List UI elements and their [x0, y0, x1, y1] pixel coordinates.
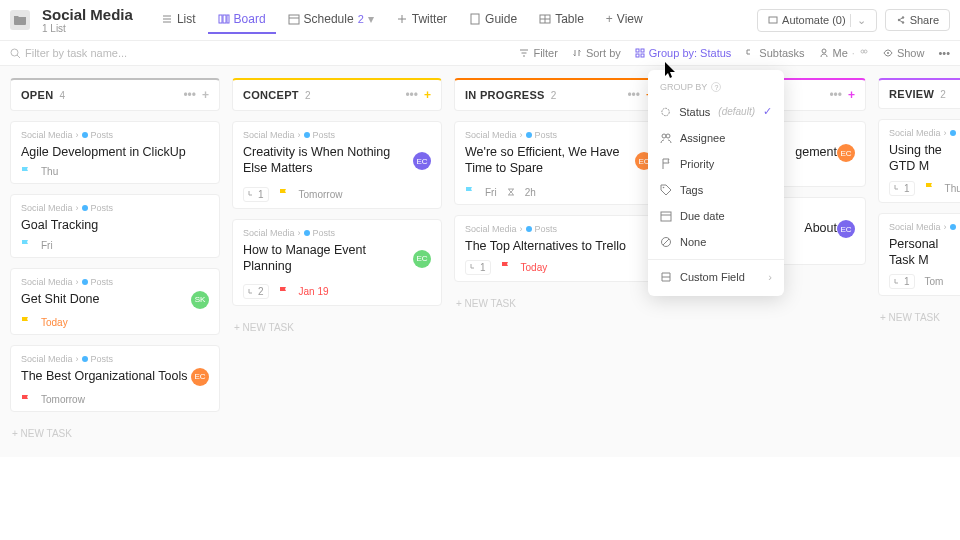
hourglass-icon	[507, 188, 515, 196]
calendar-icon	[660, 210, 672, 222]
svg-rect-4	[471, 14, 479, 24]
automate-button[interactable]: Automate (0) ⌄	[757, 9, 877, 32]
column-header-open[interactable]: OPEN 4 •••+	[10, 78, 220, 111]
eye-icon	[883, 48, 893, 58]
chevron-right-icon: ›	[768, 271, 772, 283]
column-header-inprogress[interactable]: IN PROGRESS 2 •••+	[454, 78, 664, 111]
avatar[interactable]: EC	[413, 250, 431, 268]
people-icon[interactable]	[859, 48, 869, 58]
task-card[interactable]: Social Media›Posts We're so Efficient, W…	[454, 121, 664, 205]
flag-icon	[660, 158, 672, 170]
new-task-button[interactable]: + NEW TASK	[232, 316, 442, 339]
task-card[interactable]: Social Media›Posts Get Shit DoneSK Today	[10, 268, 220, 335]
show-button[interactable]: Show	[883, 47, 925, 59]
more-icon[interactable]: •••	[938, 47, 950, 59]
add-card-icon[interactable]: +	[424, 88, 431, 102]
check-icon: ✓	[763, 105, 772, 118]
svg-rect-12	[641, 49, 644, 52]
group-option-priority[interactable]: Priority	[648, 151, 784, 177]
new-task-button[interactable]: + NEW TASK	[878, 306, 960, 329]
group-option-status[interactable]: Status (default) ✓	[648, 98, 784, 125]
view-table[interactable]: Table	[529, 6, 594, 34]
custom-field-icon	[660, 271, 672, 283]
more-icon[interactable]: •••	[405, 88, 418, 102]
avatar[interactable]: EC	[837, 220, 855, 238]
status-icon	[660, 106, 671, 118]
tag-icon	[660, 184, 672, 196]
add-card-icon[interactable]: +	[848, 88, 855, 102]
more-icon[interactable]: •••	[627, 88, 640, 102]
task-card[interactable]: Social Media› Personal Task M 1Tom	[878, 213, 960, 297]
add-view[interactable]: +View	[596, 6, 653, 34]
new-task-button[interactable]: + NEW TASK	[454, 292, 664, 315]
workspace-title: Social Media 1 List	[42, 6, 133, 34]
cursor-icon	[665, 62, 679, 80]
view-board[interactable]: Board	[208, 6, 276, 34]
folder-icon	[10, 10, 30, 30]
share-button[interactable]: Share	[885, 9, 950, 31]
chevron-down-icon[interactable]: ⌄	[850, 14, 866, 27]
share-icon	[896, 15, 906, 25]
robot-icon	[768, 15, 778, 25]
group-option-duedate[interactable]: Due date	[648, 203, 784, 229]
page-title: Social Media	[42, 6, 133, 23]
svg-point-17	[864, 50, 867, 53]
task-card[interactable]: Social Media›Posts The Best Organization…	[10, 345, 220, 412]
svg-rect-23	[661, 212, 671, 221]
svg-rect-11	[636, 49, 639, 52]
breadcrumb: Social Media›Posts	[21, 130, 209, 140]
svg-point-19	[662, 108, 669, 115]
subtasks-button[interactable]: Subtasks	[745, 47, 804, 59]
svg-point-22	[663, 187, 665, 189]
group-option-assignee[interactable]: Assignee	[648, 125, 784, 151]
group-option-none[interactable]: None	[648, 229, 784, 255]
sort-button[interactable]: Sort by	[572, 47, 621, 59]
task-card[interactable]: Social Media› Using the GTD M 1Thu	[878, 119, 960, 203]
person-icon	[819, 48, 829, 58]
column-header-concept[interactable]: CONCEPT 2 •••+	[232, 78, 442, 111]
avatar[interactable]: EC	[837, 144, 855, 162]
me-button[interactable]: Me·	[819, 47, 869, 59]
more-icon[interactable]: •••	[183, 88, 196, 102]
svg-rect-13	[636, 54, 639, 57]
view-list[interactable]: List	[151, 6, 206, 34]
task-card[interactable]: Social Media›Posts The Top Alternatives …	[454, 215, 664, 282]
group-by-dropdown: GROUP BY? Status (default) ✓ Assignee Pr…	[648, 70, 784, 296]
search-input[interactable]: Filter by task name...	[10, 47, 127, 59]
avatar[interactable]: EC	[191, 368, 209, 386]
column-header-review[interactable]: REVIEW 2	[878, 78, 960, 109]
new-task-button[interactable]: + NEW TASK	[10, 422, 220, 445]
view-schedule[interactable]: Schedule2▾	[278, 6, 384, 34]
avatar[interactable]: EC	[413, 152, 431, 170]
svg-rect-2	[227, 15, 229, 23]
task-card[interactable]: Social Media›Posts How to Manage Event P…	[232, 219, 442, 307]
view-twitter[interactable]: Twitter	[386, 6, 457, 34]
flag-icon	[21, 167, 31, 177]
view-guide[interactable]: Guide	[459, 6, 527, 34]
svg-rect-6	[769, 17, 777, 23]
add-card-icon[interactable]: +	[202, 88, 209, 102]
search-icon	[10, 48, 21, 59]
task-card[interactable]: Social Media›Posts Agile Development in …	[10, 121, 220, 184]
subtask-count: 1	[243, 187, 269, 202]
svg-point-21	[666, 134, 670, 138]
filter-button[interactable]: Filter	[519, 47, 557, 59]
svg-rect-3	[289, 15, 299, 24]
svg-rect-0	[219, 15, 222, 23]
task-card[interactable]: Social Media›Posts Creativity is When No…	[232, 121, 442, 209]
more-icon[interactable]: •••	[829, 88, 842, 102]
svg-point-10	[11, 49, 18, 56]
board-area: OPEN 4 •••+ Social Media›Posts Agile Dev…	[0, 66, 960, 457]
svg-point-20	[662, 134, 666, 138]
group-option-custom-field[interactable]: Custom Field›	[648, 264, 784, 290]
help-icon[interactable]: ?	[711, 82, 721, 92]
group-by-button[interactable]: Group by: Status	[635, 47, 732, 59]
avatar[interactable]: SK	[191, 291, 209, 309]
svg-point-15	[822, 49, 826, 53]
svg-rect-1	[223, 15, 226, 23]
page-subtitle: 1 List	[42, 23, 133, 34]
none-icon	[660, 236, 672, 248]
group-option-tags[interactable]: Tags	[648, 177, 784, 203]
people-icon	[660, 132, 672, 144]
task-card[interactable]: Social Media›Posts Goal Tracking Fri	[10, 194, 220, 257]
